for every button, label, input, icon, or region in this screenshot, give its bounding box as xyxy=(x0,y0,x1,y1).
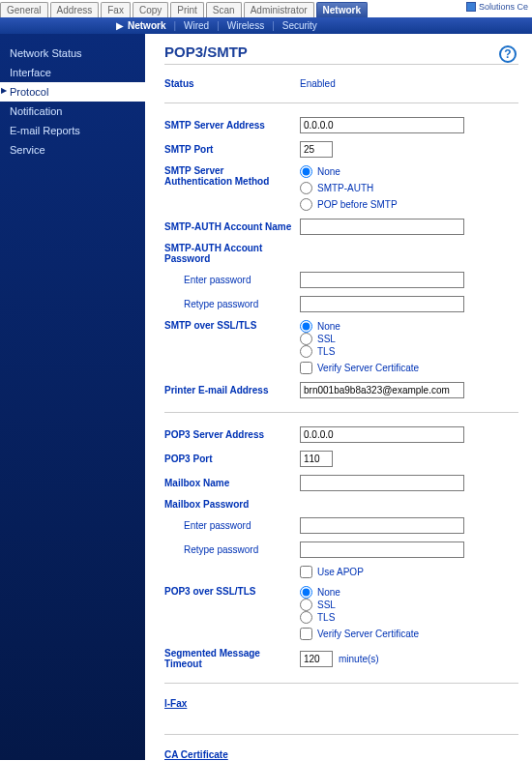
pop3-server-label: POP3 Server Address xyxy=(164,429,300,440)
smtp-ssl-group: NoneSSLTLS Verify Server Certificate xyxy=(300,320,419,374)
smtp-ssl-radio[interactable] xyxy=(300,345,312,358)
smtp-server-input[interactable] xyxy=(300,117,464,133)
smtp-enter-pw-input[interactable] xyxy=(300,272,464,288)
pop3-ssl-option-ssl[interactable]: SSL xyxy=(300,599,419,611)
smtp-auth-option-label: None xyxy=(317,166,340,177)
smtp-password-label: SMTP-AUTH Account Password xyxy=(164,243,300,264)
sidebar-item-service[interactable]: Service xyxy=(0,140,145,160)
subnav-item-network[interactable]: Network xyxy=(128,20,165,31)
tab-fax[interactable]: Fax xyxy=(101,2,131,17)
pop3-ssl-option-none[interactable]: None xyxy=(300,586,419,599)
sidebar-item-notification[interactable]: Notification xyxy=(0,102,145,121)
tab-network[interactable]: Network xyxy=(316,2,368,17)
smtp-ssl-radio[interactable] xyxy=(300,320,312,333)
pop3-port-label: POP3 Port xyxy=(164,454,300,464)
smtp-ssl-label: SMTP over SSL/TLS xyxy=(164,320,300,331)
page-title: POP3/SMTP xyxy=(164,44,518,65)
link-ca-cert[interactable]: CA Certificate xyxy=(164,749,228,760)
smtp-auth-option-pop-before-smtp[interactable]: POP before SMTP xyxy=(300,198,398,211)
mailbox-password-label: Mailbox Password xyxy=(164,499,300,510)
smtp-auth-radio[interactable] xyxy=(300,165,312,178)
tab-administrator[interactable]: Administrator xyxy=(244,2,314,17)
smtp-server-label: SMTP Server Address xyxy=(164,120,300,131)
divider xyxy=(164,102,518,103)
top-tabs: GeneralAddressFaxCopyPrintScanAdministra… xyxy=(0,0,532,17)
mailbox-name-label: Mailbox Name xyxy=(164,478,300,488)
smtp-port-input[interactable] xyxy=(300,141,333,158)
pop3-ssl-option-label: SSL xyxy=(317,600,336,610)
divider xyxy=(164,734,518,735)
arrow-icon: ▶ xyxy=(116,20,124,31)
help-icon[interactable]: ? xyxy=(499,45,517,63)
divider xyxy=(164,412,518,413)
pop3-port-input[interactable] xyxy=(300,451,333,467)
pop3-ssl-radio[interactable] xyxy=(300,599,312,611)
smtp-auth-group: NoneSMTP-AUTHPOP before SMTP xyxy=(300,165,398,211)
smtp-ssl-option-label: SSL xyxy=(317,334,336,344)
smtp-account-label: SMTP-AUTH Account Name xyxy=(164,221,300,232)
pop3-verify-cert-label: Verify Server Certificate xyxy=(317,629,419,639)
smtp-ssl-option-none[interactable]: None xyxy=(300,320,419,333)
printer-email-input[interactable] xyxy=(300,382,464,398)
smtp-auth-label: SMTP Server Authentication Method xyxy=(164,165,300,187)
pop3-ssl-label: POP3 over SSL/TLS xyxy=(164,586,300,597)
main-content: POP3/SMTP ? Status Enabled SMTP Server A… xyxy=(145,34,532,760)
smtp-auth-option-smtp-auth[interactable]: SMTP-AUTH xyxy=(300,182,398,194)
pop3-ssl-radio[interactable] xyxy=(300,586,312,599)
tab-address[interactable]: Address xyxy=(50,2,100,17)
smtp-port-label: SMTP Port xyxy=(164,144,300,155)
printer-email-label: Printer E-mail Address xyxy=(164,385,300,395)
smtp-ssl-option-tls[interactable]: TLS xyxy=(300,345,419,358)
subnav: ▶Network|Wired|Wireless|Security xyxy=(0,17,532,34)
pop3-enter-pw-input[interactable] xyxy=(300,517,464,534)
container: Network StatusInterfaceProtocolNotificat… xyxy=(0,34,532,760)
mailbox-name-input[interactable] xyxy=(300,475,464,491)
smtp-verify-cert-label: Verify Server Certificate xyxy=(317,363,419,373)
sidebar-item-e-mail-reports[interactable]: E-mail Reports xyxy=(0,121,145,140)
tab-scan[interactable]: Scan xyxy=(206,2,242,17)
smtp-account-input[interactable] xyxy=(300,219,464,235)
pop3-ssl-option-tls[interactable]: TLS xyxy=(300,611,419,624)
tab-copy[interactable]: Copy xyxy=(133,2,168,17)
timeout-unit: minute(s) xyxy=(339,654,379,664)
pop3-retype-pw-input[interactable] xyxy=(300,541,464,558)
smtp-auth-radio[interactable] xyxy=(300,198,312,211)
smtp-auth-option-none[interactable]: None xyxy=(300,165,398,178)
smtp-retype-pw-input[interactable] xyxy=(300,296,464,312)
smtp-ssl-radio[interactable] xyxy=(300,333,312,345)
pop3-enter-pw-label: Enter password xyxy=(164,520,300,531)
smtp-auth-option-label: POP before SMTP xyxy=(317,199,398,210)
divider xyxy=(164,683,518,684)
smtp-ssl-option-label: TLS xyxy=(317,346,335,357)
tab-general[interactable]: General xyxy=(0,2,48,17)
timeout-input[interactable] xyxy=(300,651,333,667)
smtp-auth-radio[interactable] xyxy=(300,182,312,194)
apop-checkbox[interactable] xyxy=(300,566,312,578)
pop3-verify-cert-checkbox[interactable] xyxy=(300,628,312,640)
apop-label: Use APOP xyxy=(317,567,364,577)
pop3-ssl-radio[interactable] xyxy=(300,611,312,624)
pop3-retype-pw-label: Retype password xyxy=(164,544,300,555)
pop3-verify-cert-row[interactable]: Verify Server Certificate xyxy=(300,628,419,640)
sidebar: Network StatusInterfaceProtocolNotificat… xyxy=(0,34,145,760)
pop3-server-input[interactable] xyxy=(300,426,464,443)
apop-row[interactable]: Use APOP xyxy=(300,566,364,578)
subnav-item-security[interactable]: Security xyxy=(282,20,317,31)
smtp-ssl-option-ssl[interactable]: SSL xyxy=(300,333,419,345)
subnav-item-wireless[interactable]: Wireless xyxy=(227,20,264,31)
sidebar-item-protocol[interactable]: Protocol xyxy=(0,82,145,102)
subnav-item-wired[interactable]: Wired xyxy=(184,20,209,31)
smtp-enter-pw-label: Enter password xyxy=(164,275,300,285)
status-label: Status xyxy=(164,78,300,89)
pop3-ssl-group: NoneSSLTLS Verify Server Certificate xyxy=(300,586,419,640)
tab-print[interactable]: Print xyxy=(170,2,204,17)
solutions-link[interactable]: Solutions Ce xyxy=(466,2,528,12)
smtp-auth-option-label: SMTP-AUTH xyxy=(317,183,373,193)
link-ifax[interactable]: I-Fax xyxy=(164,698,187,709)
pop3-ssl-option-label: None xyxy=(317,587,340,598)
sidebar-item-network-status[interactable]: Network Status xyxy=(0,44,145,63)
smtp-verify-cert-checkbox[interactable] xyxy=(300,362,312,374)
smtp-verify-cert-row[interactable]: Verify Server Certificate xyxy=(300,362,419,374)
sidebar-item-interface[interactable]: Interface xyxy=(0,63,145,82)
status-value: Enabled xyxy=(300,78,336,89)
